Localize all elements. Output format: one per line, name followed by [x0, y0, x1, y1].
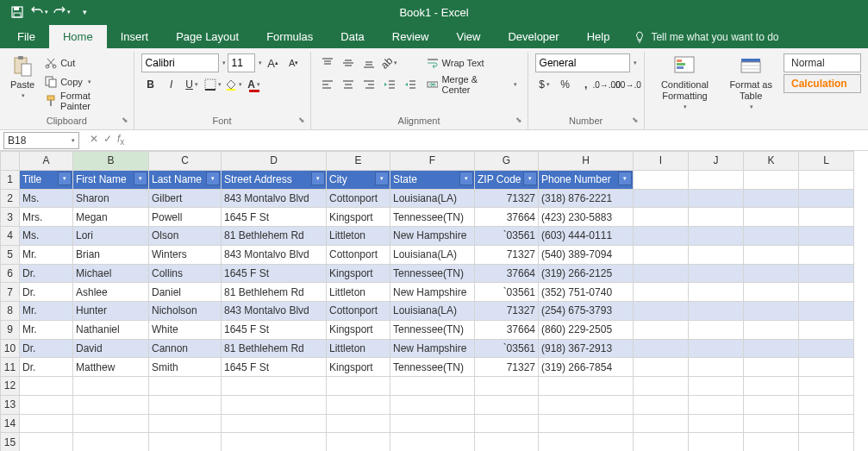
align-top-button[interactable] — [318, 53, 337, 72]
row-header[interactable]: 3 — [1, 208, 20, 227]
filter-button[interactable]: ▾ — [206, 172, 220, 185]
cell[interactable] — [634, 339, 689, 358]
row-header[interactable]: 10 — [1, 339, 20, 358]
tab-home[interactable]: Home — [49, 25, 107, 48]
cell[interactable] — [799, 302, 854, 321]
cell[interactable] — [634, 395, 689, 414]
cell[interactable]: (860) 229-2505 — [539, 320, 634, 339]
cell[interactable] — [149, 395, 222, 414]
cell[interactable] — [222, 377, 327, 396]
cell[interactable] — [689, 377, 744, 396]
cell[interactable]: New Hampshire — [390, 227, 475, 246]
cell[interactable] — [799, 170, 854, 189]
cell[interactable]: Cottonport — [327, 302, 390, 321]
cell[interactable]: Mrs. — [20, 208, 73, 227]
cell[interactable]: `03561 — [475, 339, 539, 358]
cell[interactable] — [634, 264, 689, 283]
cell[interactable] — [539, 433, 634, 451]
row-header[interactable]: 13 — [1, 395, 20, 414]
cell[interactable]: Megan — [73, 208, 149, 227]
cell[interactable] — [744, 227, 799, 246]
cell[interactable] — [689, 245, 744, 264]
cell[interactable]: 37664 — [475, 264, 539, 283]
align-center-button[interactable] — [339, 75, 358, 94]
cell[interactable] — [475, 395, 539, 414]
cell[interactable]: Powell — [149, 208, 222, 227]
cell[interactable]: (918) 367-2913 — [539, 339, 634, 358]
cell[interactable] — [634, 377, 689, 396]
column-header[interactable]: J — [689, 152, 744, 171]
font-size-input[interactable] — [228, 53, 255, 72]
table-column-header[interactable]: Street Address▾ — [222, 170, 327, 189]
cell[interactable]: Lori — [73, 227, 149, 246]
cell[interactable] — [799, 339, 854, 358]
cell[interactable]: Louisiana(LA) — [390, 245, 475, 264]
column-header[interactable]: G — [475, 152, 539, 171]
enter-formula-button[interactable]: ✓ — [103, 133, 112, 147]
style-calculation[interactable]: Calculation — [784, 74, 861, 93]
cell[interactable] — [744, 433, 799, 451]
cell[interactable] — [20, 433, 73, 451]
cut-button[interactable]: Cut — [41, 53, 126, 72]
cell[interactable] — [327, 395, 390, 414]
cell[interactable]: 1645 F St — [222, 208, 327, 227]
row-header[interactable]: 9 — [1, 320, 20, 339]
cell[interactable] — [222, 395, 327, 414]
filter-button[interactable]: ▾ — [58, 172, 72, 185]
cell[interactable]: 81 Bethlehem Rd — [222, 283, 327, 302]
cell[interactable]: `03561 — [475, 283, 539, 302]
cell[interactable] — [799, 264, 854, 283]
cell[interactable]: 81 Bethlehem Rd — [222, 227, 327, 246]
row-header[interactable]: 7 — [1, 283, 20, 302]
column-header[interactable]: A — [20, 152, 73, 171]
cell[interactable] — [744, 358, 799, 377]
italic-button[interactable]: I — [162, 75, 181, 94]
cell[interactable] — [634, 227, 689, 246]
cell[interactable] — [744, 302, 799, 321]
format-painter-button[interactable]: Format Painter — [41, 91, 126, 110]
align-right-button[interactable] — [359, 75, 378, 94]
cell[interactable] — [744, 189, 799, 208]
cell[interactable] — [689, 395, 744, 414]
cell[interactable] — [390, 377, 475, 396]
tell-me-search[interactable]: Tell me what you want to do — [623, 26, 789, 48]
number-format-select[interactable] — [535, 53, 630, 72]
bold-button[interactable]: B — [141, 75, 160, 94]
filter-button[interactable]: ▾ — [311, 172, 325, 185]
row-header[interactable]: 4 — [1, 227, 20, 246]
font-name-input[interactable] — [141, 53, 219, 72]
cell[interactable] — [475, 433, 539, 451]
cell[interactable] — [799, 208, 854, 227]
cell[interactable]: Mr. — [20, 320, 73, 339]
cell[interactable]: Dr. — [20, 264, 73, 283]
cell[interactable]: Louisiana(LA) — [390, 302, 475, 321]
cell[interactable]: 843 Montalvo Blvd — [222, 302, 327, 321]
cell[interactable] — [744, 170, 799, 189]
cell[interactable] — [634, 208, 689, 227]
cell[interactable]: Tennessee(TN) — [390, 208, 475, 227]
cell[interactable] — [149, 433, 222, 451]
table-column-header[interactable]: State▾ — [390, 170, 475, 189]
cell[interactable] — [634, 414, 689, 433]
cell[interactable]: David — [73, 339, 149, 358]
cell[interactable] — [634, 433, 689, 451]
tab-data[interactable]: Data — [327, 25, 378, 48]
cell[interactable] — [222, 433, 327, 451]
filter-button[interactable]: ▾ — [618, 172, 632, 185]
cell[interactable]: Ms. — [20, 227, 73, 246]
column-header[interactable]: D — [222, 152, 327, 171]
column-header[interactable]: I — [634, 152, 689, 171]
tab-page-layout[interactable]: Page Layout — [162, 25, 253, 48]
increase-font-button[interactable]: A▴ — [264, 53, 283, 72]
cell[interactable] — [149, 377, 222, 396]
column-header[interactable]: L — [799, 152, 854, 171]
cell[interactable]: Littleton — [327, 227, 390, 246]
cell[interactable]: (603) 444-0111 — [539, 227, 634, 246]
cell[interactable] — [73, 414, 149, 433]
cell[interactable]: Littleton — [327, 283, 390, 302]
table-column-header[interactable]: Title▾ — [20, 170, 73, 189]
cell[interactable] — [689, 302, 744, 321]
decrease-font-button[interactable]: A▾ — [284, 53, 303, 72]
increase-indent-button[interactable] — [401, 75, 420, 94]
tab-developer[interactable]: Developer — [494, 25, 572, 48]
